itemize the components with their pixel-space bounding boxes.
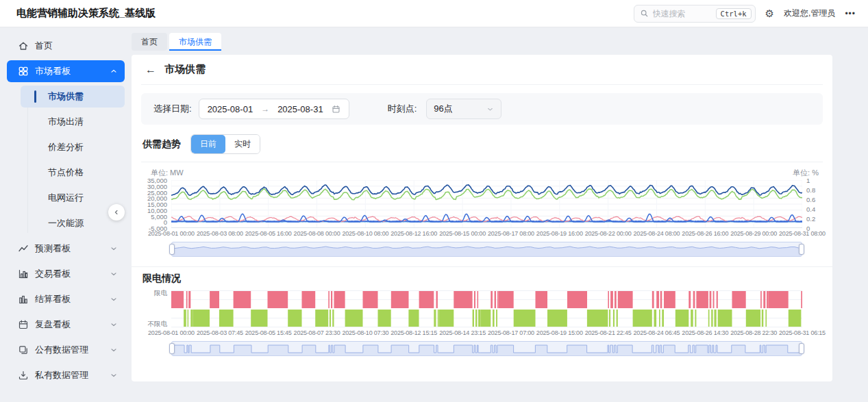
- chevron-down-icon: [110, 244, 118, 253]
- dashboard-icon: [18, 66, 29, 77]
- home-icon: [18, 40, 29, 51]
- trend-icon: [18, 243, 29, 254]
- chart-unit-row: 单位: MW 单位: %: [141, 166, 823, 180]
- sidebar-subitem-market-supply-demand[interactable]: 市场供需: [21, 86, 125, 108]
- time-point-select[interactable]: 96点: [426, 99, 501, 119]
- quick-search[interactable]: Ctrl+k: [634, 5, 756, 23]
- toggle-realtime[interactable]: 实时: [225, 135, 260, 153]
- curtail-section-title: 限电情况: [142, 273, 823, 285]
- gear-icon[interactable]: ⚙: [765, 8, 774, 20]
- trend-toggle-group: 日前 实时: [190, 134, 260, 154]
- curtail-datazoom-preview: [172, 342, 802, 355]
- sidebar-item-label: 首页: [35, 40, 53, 52]
- sidebar-item-label: 复盘看板: [35, 318, 71, 331]
- chevron-down-icon: [110, 270, 118, 278]
- sidebar-subitem-market-clearing[interactable]: 市场出清: [21, 111, 125, 133]
- trend-section-header: 供需趋势 日前 实时: [141, 134, 823, 154]
- state-label-curtail: 限电: [154, 289, 167, 298]
- curtail-x-axis: 2025-08-01 00:002025-08-03 07:452025-08-…: [171, 329, 802, 338]
- trend-datazoom-preview: [172, 242, 802, 256]
- subitem-label: 价差分析: [48, 141, 84, 153]
- chevron-down-icon: [110, 321, 118, 329]
- sidebar-subitem-grid-operation[interactable]: 电网运行: [21, 187, 125, 209]
- calendar-icon: [18, 319, 29, 330]
- trend-datazoom-slider[interactable]: [171, 242, 802, 257]
- datazoom-left-handle[interactable]: [169, 244, 175, 255]
- page-header: ← 市场供需: [141, 55, 823, 85]
- chevron-down-icon: [110, 346, 118, 354]
- time-point-value: 96点: [434, 103, 452, 115]
- trend-x-axis: 2025-08-01 00:002025-08-03 08:002025-08-…: [171, 230, 802, 238]
- app-title: 电能营销辅助决策系统_基线版: [16, 7, 156, 20]
- trend-chart: 35,00030,00025,00020,00015,00010,0005,00…: [141, 180, 823, 228]
- download-icon: [18, 370, 29, 381]
- curtail-chart-plot[interactable]: [171, 290, 802, 327]
- bar-chart-icon: [18, 268, 29, 279]
- date-end-value[interactable]: 2025-08-31: [277, 104, 323, 114]
- section-divider: [132, 266, 832, 267]
- column-chart-icon: [18, 294, 29, 305]
- welcome-user-label[interactable]: 欢迎您,管理员: [784, 8, 835, 19]
- calendar-icon: [332, 105, 340, 114]
- subitem-label: 一次能源: [48, 217, 84, 229]
- divider: [141, 162, 823, 162]
- date-label: 选择日期:: [153, 103, 192, 115]
- curtail-chart: 限电 不限电: [141, 290, 823, 327]
- filter-bar: 选择日期: 2025-08-01 → 2025-08-31 时刻点: 96点: [141, 93, 823, 125]
- tab-market-supply-demand[interactable]: 市场供需: [169, 33, 221, 51]
- chevron-left-icon: [113, 209, 120, 216]
- y-axis-left: 35,00030,00025,00020,00015,00010,0005,00…: [141, 180, 171, 228]
- search-input[interactable]: [653, 9, 712, 18]
- state-label-no-curtail: 不限电: [148, 320, 168, 329]
- datazoom-right-handle[interactable]: [799, 244, 804, 255]
- chevron-down-icon: [110, 295, 118, 303]
- trend-section-title: 供需趋势: [142, 138, 181, 151]
- topbar: 电能营销辅助决策系统_基线版 Ctrl+k ⚙ 欢迎您,管理员 •••: [0, 0, 868, 27]
- sidebar-item-market-board[interactable]: 市场看板: [7, 60, 125, 82]
- subitem-label: 节点价格: [48, 166, 84, 179]
- sidebar-item-public-data[interactable]: 公有数据管理: [7, 339, 125, 361]
- sidebar-item-home[interactable]: 首页: [7, 35, 125, 57]
- sidebar-subitem-price-diff[interactable]: 价差分析: [21, 136, 125, 158]
- sidebar-item-label: 公有数据管理: [35, 344, 88, 356]
- toggle-day-ahead[interactable]: 日前: [191, 135, 225, 153]
- sidebar-collapse-button[interactable]: [108, 204, 125, 221]
- tab-home[interactable]: 首页: [132, 33, 167, 51]
- curtail-datazoom-slider[interactable]: [171, 341, 802, 356]
- sidebar: 首页 市场看板 市场供需 市场出清 价差分析 节点价格 电网运行 一次能源 预测…: [0, 27, 132, 402]
- search-icon: [640, 9, 649, 18]
- main-content: 首页 市场供需 ← 市场供需 选择日期: 2025-08-01 → 2025-0…: [132, 27, 868, 402]
- date-range-arrow: →: [261, 104, 269, 114]
- date-range-picker[interactable]: 2025-08-01 → 2025-08-31: [199, 99, 349, 119]
- subitem-label: 市场供需: [48, 90, 84, 103]
- copy-icon: [18, 344, 29, 355]
- curtail-y-axis: 限电 不限电: [141, 290, 171, 327]
- sidebar-item-review-board[interactable]: 复盘看板: [7, 314, 125, 336]
- datazoom-left-handle[interactable]: [169, 343, 175, 354]
- date-start-value[interactable]: 2025-08-01: [208, 104, 253, 114]
- more-menu-button[interactable]: •••: [845, 9, 856, 18]
- page-card: ← 市场供需 选择日期: 2025-08-01 → 2025-08-31 时刻点…: [132, 55, 832, 381]
- tabbar: 首页 市场供需: [132, 33, 832, 51]
- sidebar-item-settlement-board[interactable]: 结算看板: [7, 288, 125, 310]
- time-point-label: 时刻点:: [388, 103, 417, 115]
- chevron-down-icon: [110, 371, 118, 379]
- search-shortcut-kbd: Ctrl+k: [716, 8, 752, 19]
- datazoom-right-handle[interactable]: [799, 343, 804, 354]
- sidebar-item-label: 交易看板: [35, 268, 71, 280]
- sidebar-item-trade-board[interactable]: 交易看板: [7, 263, 125, 285]
- sidebar-item-label: 市场看板: [35, 65, 71, 77]
- chevron-up-icon: [110, 67, 118, 75]
- back-arrow-icon[interactable]: ←: [145, 64, 156, 76]
- sidebar-item-forecast-board[interactable]: 预测看板: [7, 238, 125, 260]
- sidebar-subitem-node-price[interactable]: 节点价格: [21, 162, 125, 184]
- chevron-down-icon: [486, 105, 494, 113]
- page-title: 市场供需: [164, 63, 206, 76]
- sidebar-item-label: 结算看板: [35, 293, 71, 305]
- subitem-label: 电网运行: [48, 192, 84, 204]
- sidebar-item-label: 预测看板: [35, 242, 71, 255]
- sidebar-item-private-data[interactable]: 私有数据管理: [7, 364, 125, 386]
- y-axis-right: 10.80.60.40.20: [802, 180, 823, 228]
- trend-chart-plot[interactable]: [171, 180, 802, 228]
- subitem-label: 市场出清: [48, 116, 84, 128]
